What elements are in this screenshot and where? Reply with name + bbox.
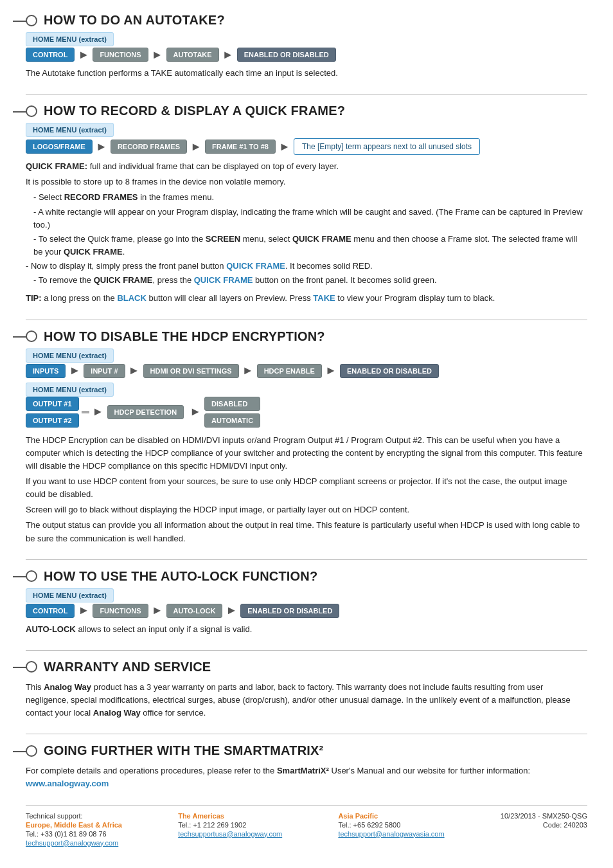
qf-tip: TIP: a long press on the BLACK button wi… <box>26 292 587 305</box>
flow-hdcp-enabled-disabled: ENABLED OR DISABLED <box>340 364 439 378</box>
flow-box-record-frames: RECORD FRAMES <box>111 140 187 154</box>
section-title-hdcp: HOW TO DISABLE THE HDCP ENCRYPTION? <box>44 329 325 344</box>
footer-tech-support-label: Technical support: <box>26 812 122 820</box>
footer-asia-email[interactable]: techsupport@analogwayasia.com <box>338 830 444 838</box>
section-icon-auto-lock <box>26 570 37 582</box>
flow-quick-frame: LOGOS/FRAME ► RECORD FRAMES ► FRAME #1 T… <box>26 138 587 155</box>
flow-control-auto-lock: CONTROL <box>26 604 75 618</box>
footer-asia-label: Asia Pacific <box>338 812 444 820</box>
hdcp-p1: The HDCP Encryption can be disabled on H… <box>26 434 587 473</box>
section-title-going-further: GOING FURTHER WITH THE SMARTMATRIX² <box>44 743 323 758</box>
qf-bullet-4: Now to display it, simply press the fron… <box>26 260 587 273</box>
flow-box-frame-num: FRAME #1 TO #8 <box>205 140 276 154</box>
footer-col-asia: Asia Pacific Tel.: +65 6292 5800 techsup… <box>338 812 444 847</box>
going-further-link[interactable]: www.analogway.com <box>26 779 109 788</box>
divider-4 <box>26 650 587 651</box>
section-going-further-header: GOING FURTHER WITH THE SMARTMATRIX² <box>26 743 587 758</box>
hdcp-p3: Screen will go to black without displayi… <box>26 503 587 516</box>
flow-hdcp-input-num: INPUT # <box>84 364 125 378</box>
hdcp-outputs-col: OUTPUT #1 OUTPUT #2 <box>26 397 79 428</box>
section-icon-going-further <box>26 745 37 757</box>
section-hdcp: HOW TO DISABLE THE HDCP ENCRYPTION? HOME… <box>26 329 587 545</box>
auto-lock-text: allows to select an input only if a sign… <box>76 624 253 634</box>
section-auto-lock-header: HOW TO USE THE AUTO-LOCK FUNCTION? <box>26 569 587 584</box>
flow-hdcp-automatic: AUTOMATIC <box>204 413 260 428</box>
flow-hdcp-enable: HDCP ENABLE <box>257 364 322 378</box>
home-menu-box-hdcp-1: HOME MENU (extract) <box>26 348 114 363</box>
footer-col-americas: The Americas Tel.: +1 212 269 1902 techs… <box>178 812 282 847</box>
arrow-2-qf: ► <box>187 142 205 151</box>
arrow-hdcp-1: ► <box>66 366 84 375</box>
arrow-1-autotake: ► <box>75 50 93 59</box>
autotake-body: The Autotake function performs a TAKE au… <box>26 67 587 80</box>
section-auto-lock: HOW TO USE THE AUTO-LOCK FUNCTION? HOME … <box>26 569 587 636</box>
qf-bullet-5: To remove the QUICK FRAME, press the QUI… <box>33 274 587 287</box>
section-warranty: WARRANTY AND SERVICE This Analog Way pro… <box>26 660 587 719</box>
home-menu-quick-frame: HOME MENU (extract) <box>26 125 587 134</box>
section-warranty-header: WARRANTY AND SERVICE <box>26 660 587 674</box>
footer-americas-tel: Tel.: +1 212 269 1902 <box>178 821 282 829</box>
qf-bullet-1: Select RECORD FRAMES in the frames menu. <box>33 191 587 204</box>
section-icon-autotake <box>26 15 37 26</box>
flow-autotake: CONTROL ► FUNCTIONS ► AUTOTAKE ► ENABLED… <box>26 48 587 62</box>
section-autotake: HOW TO DO AN AUTOTAKE? HOME MENU (extrac… <box>26 13 587 80</box>
arrow-hdcp-out: ► <box>89 408 107 417</box>
home-menu-hdcp-2: HOME MENU (extract) <box>26 384 587 394</box>
arrow-2-al: ► <box>148 606 166 615</box>
qf-bold-intro: QUICK FRAME: <box>26 161 87 171</box>
warranty-body: This Analog Way product has a 3 year war… <box>26 681 587 719</box>
section-quick-frame: HOW TO RECORD & DISPLAY A QUICK FRAME? H… <box>26 104 587 305</box>
hdcp-flow2-container: HOME MENU (extract) OUTPUT #1 OUTPUT #2 … <box>26 384 587 428</box>
auto-lock-bold: AUTO-LOCK <box>26 624 76 634</box>
hdcp-body: The HDCP Encryption can be disabled on H… <box>26 434 587 545</box>
footer-europe-tel: Tel.: +33 (0)1 81 89 08 76 <box>26 830 122 838</box>
home-menu-box-auto-lock: HOME MENU (extract) <box>26 588 114 602</box>
going-further-text: For complete details and operations proc… <box>26 764 587 790</box>
section-autotake-header: HOW TO DO AN AUTOTAKE? <box>26 13 587 28</box>
qf-line2: It is possible to store up to 8 frames i… <box>26 176 587 188</box>
flow-hdcp-output1: OUTPUT #1 <box>26 397 79 411</box>
section-title-auto-lock: HOW TO USE THE AUTO-LOCK FUNCTION? <box>44 569 317 584</box>
section-title-quick-frame: HOW TO RECORD & DISPLAY A QUICK FRAME? <box>44 104 345 118</box>
flow-hdcp-detection: HDCP DETECTION <box>107 405 184 419</box>
section-icon-quick-frame <box>26 105 37 117</box>
warranty-text: This Analog Way product has a 3 year war… <box>26 681 587 719</box>
flow-hdcp-disabled: DISABLED <box>204 397 260 411</box>
footer-col-support: Technical support: Europe, Middle East &… <box>26 812 122 847</box>
footer: Technical support: Europe, Middle East &… <box>26 805 587 847</box>
flow-box-autotake-step: AUTOTAKE <box>166 48 219 62</box>
quick-frame-body: QUICK FRAME: full and individual frame t… <box>26 160 587 305</box>
arrow-1-qf: ► <box>93 142 111 151</box>
footer-europe-email[interactable]: techsupport@analogway.com <box>26 839 122 847</box>
arrow-2-autotake: ► <box>148 50 166 59</box>
section-title-autotake: HOW TO DO AN AUTOTAKE? <box>44 13 225 28</box>
auto-lock-description: AUTO-LOCK allows to select an input only… <box>26 623 587 636</box>
divider-2 <box>26 320 587 320</box>
flow-hdcp-inputs: INPUTS <box>26 364 66 378</box>
hdcp-flow2-main: OUTPUT #1 OUTPUT #2 ► HDCP DETECTION ► D… <box>26 397 587 428</box>
footer-asia-tel: Tel.: +65 6292 5800 <box>338 821 444 829</box>
arrow-hdcp-3: ► <box>239 366 257 375</box>
flow-auto-lock: CONTROL ► FUNCTIONS ► AUTO-LOCK ► ENABLE… <box>26 604 587 618</box>
flow-box-enabled-autotake: ENABLED OR DISABLED <box>237 48 336 62</box>
flow-box-logos: LOGOS/FRAME <box>26 140 93 154</box>
flow-hdcp-1: INPUTS ► INPUT # ► HDMI OR DVI SETTINGS … <box>26 364 587 378</box>
flow-box-empty-note: The [Empty] term appears next to all unu… <box>294 138 480 155</box>
flow-functions-auto-lock: FUNCTIONS <box>93 604 148 618</box>
divider-3 <box>26 559 587 560</box>
arrow-hdcp-2: ► <box>125 366 143 375</box>
going-further-body: For complete details and operations proc… <box>26 764 587 790</box>
qf-bullets: Select RECORD FRAMES in the frames menu.… <box>26 191 587 287</box>
qf-intro: QUICK FRAME: full and individual frame t… <box>26 160 587 173</box>
arrow-hdcp-4: ► <box>322 366 340 375</box>
flow-hdcp-output2: OUTPUT #2 <box>26 413 79 428</box>
footer-americas-label: The Americas <box>178 812 282 820</box>
qf-intro-text: full and individual frame that can be di… <box>87 161 339 171</box>
home-menu-hdcp-1: HOME MENU (extract) <box>26 350 587 360</box>
flow-box-control-autotake: CONTROL <box>26 48 75 62</box>
flow-enabled-auto-lock: ENABLED OR DISABLED <box>240 604 339 618</box>
arrow-3-al: ► <box>222 606 240 615</box>
footer-col-code: 10/23/2013 - SMX250-QSG Code: 240203 <box>501 812 587 847</box>
footer-americas-email[interactable]: techsupportusa@analogway.com <box>178 830 282 838</box>
section-going-further: GOING FURTHER WITH THE SMARTMATRIX² For … <box>26 743 587 790</box>
